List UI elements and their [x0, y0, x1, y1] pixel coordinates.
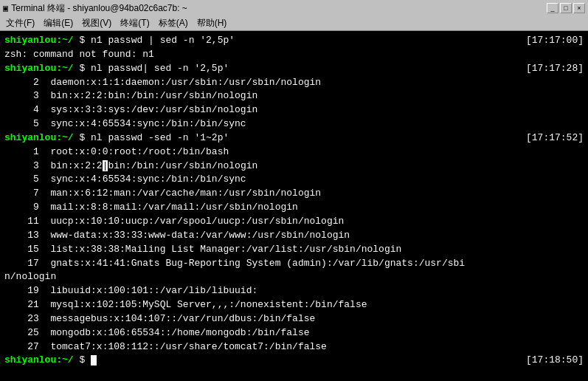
title-bar-buttons: _ □ × [547, 3, 585, 13]
terminal-line-9: 1 root:x:0:0:root:/root:/bin/bash [4, 145, 584, 159]
terminal-line-22: 25 mongodb:x:106:65534::/home/mongodb:/b… [4, 326, 584, 340]
terminal-content[interactable]: shiyanlou:~/ $ n1 passwd | sed -n '2,5p'… [0, 31, 588, 381]
terminal-line-15: 13 www-data:x:33:33:www-data:/var/www:/u… [4, 229, 584, 243]
menu-terminal[interactable]: 终端(T) [116, 16, 153, 30]
terminal-line-4: 2 daemon:x:1:1:daemon:/usr/sbin:/usr/sbi… [4, 76, 584, 90]
terminal-line-2: zsh: command not found: n1 [4, 48, 584, 62]
maximize-button[interactable]: □ [560, 3, 572, 13]
cmd-1: $ n1 passwd | sed -n '2,5p' [74, 35, 235, 46]
terminal-line-18: n/nologin [4, 270, 584, 284]
menu-edit[interactable]: 编辑(E) [39, 16, 77, 30]
timestamp-3: [17:17:28] [526, 62, 584, 76]
menu-view[interactable]: 视图(V) [77, 16, 116, 30]
cmd-3: $ nl passwd| sed -n '2,5p' [74, 63, 229, 74]
terminal-line-17: 17 gnats:x:41:41:Gnats Bug-Reporting Sys… [4, 257, 584, 271]
terminal-line-5: 3 bin:x:2:2:bin:/bin:/usr/sbin/nologin [4, 89, 584, 103]
terminal-line-7: 5 sync:x:4:65534:sync:/bin:/bin/sync [4, 117, 584, 131]
terminal-line-13: 9 mail:x:8:8:mail:/var/mail:/usr/sbin/no… [4, 201, 584, 215]
timestamp-1: [17:17:00] [526, 34, 584, 48]
window-title: Terminal 终端 - shiyanlou@94ba02c6ac7b: ~ [11, 2, 187, 15]
terminal-line-20: 21 mysql:x:102:105:MySQL Server,,,:/none… [4, 298, 584, 312]
terminal-line-1: shiyanlou:~/ $ n1 passwd | sed -n '2,5p'… [4, 34, 584, 48]
terminal-line-10: 3 bin:x:2:2|bin:/bin:/usr/sbin/nologin [4, 159, 584, 174]
timestamp-last: [17:18:50] [526, 354, 584, 368]
terminal-line-3: shiyanlou:~/ $ nl passwd| sed -n '2,5p' … [4, 62, 584, 76]
cmd-last: $ [74, 354, 97, 365]
terminal-line-last: shiyanlou:~/ $ [17:18:50] [4, 354, 584, 368]
title-bar-left: ▣ Terminal 终端 - shiyanlou@94ba02c6ac7b: … [3, 2, 187, 15]
terminal-line-12: 7 man:x:6:12:man:/var/cache/man:/usr/sbi… [4, 187, 584, 201]
minimize-button[interactable]: _ [547, 3, 558, 13]
close-button[interactable]: × [573, 3, 585, 13]
terminal-line-11: 5 sync:x:4:65534:sync:/bin:/bin/sync [4, 173, 584, 187]
output-2: zsh: command not found: n1 [4, 48, 154, 62]
menu-bar: 文件(F) 编辑(E) 视图(V) 终端(T) 标签(A) 帮助(H) [0, 16, 588, 31]
menu-file[interactable]: 文件(F) [1, 16, 39, 30]
menu-tabs[interactable]: 标签(A) [154, 16, 193, 30]
terminal-line-8: shiyanlou:~/ $ nl passwd -sed -n '1~2p' … [4, 131, 584, 145]
terminal-line-19: 19 libuuid:x:100:101::/var/lib/libuuid: [4, 284, 584, 298]
window-icon: ▣ [3, 3, 8, 14]
prompt-1: shiyanlou:~/ [4, 35, 74, 46]
prompt-3: shiyanlou:~/ [4, 63, 74, 74]
title-bar: ▣ Terminal 终端 - shiyanlou@94ba02c6ac7b: … [0, 0, 588, 16]
cmd-8: $ nl passwd -sed -n '1~2p' [74, 132, 229, 143]
menu-help[interactable]: 帮助(H) [193, 16, 232, 30]
timestamp-8: [17:17:52] [526, 131, 584, 145]
terminal-line-21: 23 messagebus:x:104:107::/var/run/dbus:/… [4, 312, 584, 326]
terminal-line-16: 15 list:x:38:38:Mailing List Manager:/va… [4, 243, 584, 257]
window: ▣ Terminal 终端 - shiyanlou@94ba02c6ac7b: … [0, 0, 588, 381]
cursor [91, 355, 97, 365]
prompt-8: shiyanlou:~/ [4, 132, 74, 143]
terminal-line-23: 27 tomcat7:x:108:112::/usr/share/tomcat7… [4, 340, 584, 354]
prompt-last: shiyanlou:~/ [4, 354, 74, 365]
terminal-line-14: 11 uucp:x:10:10:uucp:/var/spool/uucp:/us… [4, 215, 584, 229]
terminal-line-6: 4 sys:x:3:3:sys:/dev:/usr/sbin/nologin [4, 103, 584, 117]
